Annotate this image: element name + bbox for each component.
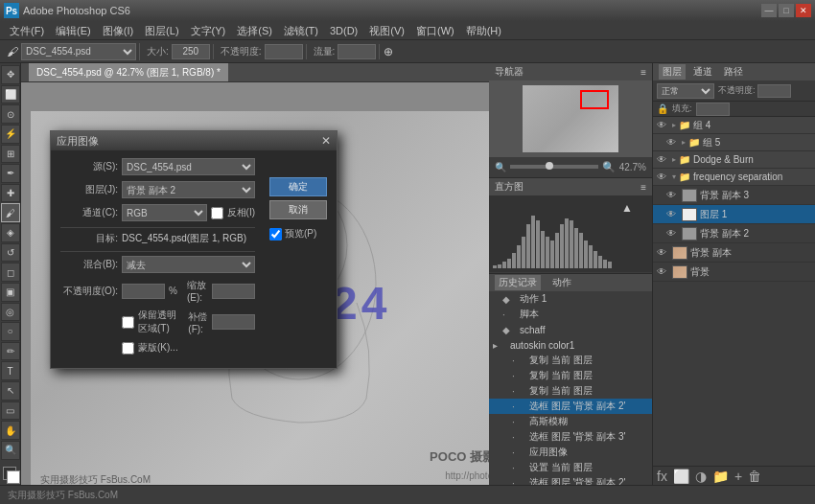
path-select-tool[interactable]: ↖ <box>1 381 20 401</box>
zoom-slider-thumb[interactable] <box>546 162 553 170</box>
dialog-cancel-button[interactable]: 取消 <box>269 200 327 219</box>
actions-tab[interactable]: 动作 <box>548 275 575 290</box>
brush-size-input[interactable] <box>172 44 210 59</box>
opacity-ctrl-input[interactable]: 100% <box>757 84 791 98</box>
eyedropper-tool[interactable]: ✒ <box>1 164 20 183</box>
history-item[interactable]: ·复制 当前 图层 <box>489 353 652 368</box>
menu-view[interactable]: 视图(V) <box>363 21 410 40</box>
fill-input[interactable]: 100% <box>696 103 730 116</box>
layer-visibility-icon[interactable]: 👁 <box>657 154 670 165</box>
layer-group-arrow[interactable]: ▸ <box>672 121 676 129</box>
healing-tool[interactable]: ✚ <box>1 184 20 203</box>
layer-group-arrow[interactable]: ▸ <box>682 138 686 147</box>
shape-tool[interactable]: ▭ <box>1 401 20 421</box>
layer-visibility-icon[interactable]: 👁 <box>666 190 680 200</box>
layer-visibility-icon[interactable]: 👁 <box>666 137 680 148</box>
menu-window[interactable]: 窗口(W) <box>410 21 460 40</box>
dialog-preview-checkbox[interactable] <box>269 228 282 241</box>
layer-visibility-icon[interactable]: 👁 <box>657 266 670 277</box>
maximize-button[interactable]: □ <box>779 4 794 17</box>
history-item[interactable]: ·选框 图层 '背景 副本 2' <box>489 399 652 414</box>
preserve-transparency-checkbox[interactable] <box>122 316 134 329</box>
dialog-close-button[interactable]: ✕ <box>321 134 331 148</box>
blend-mode-select[interactable]: 正常 <box>657 83 714 99</box>
paths-tab[interactable]: 路径 <box>720 64 747 80</box>
gradient-tool[interactable]: ▣ <box>1 283 20 302</box>
menu-help[interactable]: 帮助(H) <box>460 21 507 40</box>
zoom-slider[interactable] <box>510 165 598 169</box>
blur-tool[interactable]: ◎ <box>1 303 20 322</box>
history-item[interactable]: ·脚本 <box>489 307 652 322</box>
navigator-viewport-box[interactable] <box>580 90 609 109</box>
history-tab[interactable]: 历史记录 <box>495 275 541 290</box>
add-adjustment-button[interactable]: ◑ <box>695 470 707 483</box>
history-item[interactable]: ·选框 图层 '背景 副本 3' <box>489 429 652 445</box>
quick-select-tool[interactable]: ⚡ <box>1 125 20 144</box>
offset-input[interactable]: 128 <box>212 314 255 330</box>
dodge-tool[interactable]: ○ <box>1 322 20 341</box>
history-item[interactable]: ·设置 当前 图层 <box>489 460 652 475</box>
menu-3d[interactable]: 3D(D) <box>324 21 363 40</box>
history-item[interactable]: ·复制 当前 图层 <box>489 368 652 383</box>
add-mask-button[interactable]: ⬜ <box>673 470 689 483</box>
menu-select[interactable]: 选择(S) <box>231 21 278 40</box>
menu-filter[interactable]: 滤镜(T) <box>278 21 324 40</box>
menu-text[interactable]: 文字(Y) <box>185 21 232 40</box>
layer-item[interactable]: 👁背景 副本 3 <box>653 186 815 205</box>
layer-item[interactable]: 👁背景 副本 <box>653 243 815 263</box>
layer-visibility-icon[interactable]: 👁 <box>657 172 670 182</box>
blend-select[interactable]: 减去 <box>122 256 255 273</box>
navigator-expand-icon[interactable]: ≡ <box>640 67 646 78</box>
text-tool[interactable]: T <box>1 361 20 380</box>
zoom-tool[interactable]: 🔍 <box>1 441 20 460</box>
layers-tab[interactable]: 图层 <box>659 64 686 80</box>
flow-input[interactable]: 100% <box>338 44 376 59</box>
histogram-expand-icon[interactable]: ≡ <box>640 182 646 193</box>
airbrush-icon[interactable]: ⊕ <box>384 45 393 58</box>
eraser-tool[interactable]: ◻ <box>1 263 20 282</box>
delete-layer-button[interactable]: 🗑 <box>748 470 761 483</box>
brush-preset-select[interactable]: DSC_4554.psd <box>21 43 136 60</box>
layer-group-item[interactable]: 👁▾📁frequency separation <box>653 169 815 186</box>
fx-button[interactable]: fx <box>657 470 667 483</box>
add-group-button[interactable]: 📁 <box>712 470 729 483</box>
layer-item[interactable]: 👁背景 副本 2 <box>653 224 815 243</box>
fg-bg-colors[interactable] <box>1 465 20 484</box>
marquee-tool[interactable]: ⬜ <box>1 85 20 104</box>
layer-select[interactable]: 背景 副本 2 <box>122 181 255 198</box>
lasso-tool[interactable]: ⊙ <box>1 104 20 124</box>
history-item[interactable]: ◆动作 1 <box>489 291 652 307</box>
opacity-dialog-input[interactable]: 100 <box>122 284 165 299</box>
history-item[interactable]: ▸autoskin color1 <box>489 337 652 353</box>
layer-group-item[interactable]: 👁▸📁组 5 <box>653 134 815 151</box>
layer-visibility-icon[interactable]: 👁 <box>657 247 670 258</box>
layer-visibility-icon[interactable]: 👁 <box>666 209 680 219</box>
zoom-increase-icon[interactable]: 🔍 <box>602 161 616 173</box>
layer-group-item[interactable]: 👁▸📁组 4 <box>653 117 815 134</box>
pen-tool[interactable]: ✏ <box>1 342 20 361</box>
layer-group-arrow[interactable]: ▾ <box>672 172 676 181</box>
zoom-decrease-icon[interactable]: 🔍 <box>495 162 506 172</box>
history-item[interactable]: ◆schaff <box>489 322 652 337</box>
opacity-input[interactable]: 84% <box>265 44 303 59</box>
history-item[interactable]: ·复制 当前 图层 <box>489 383 652 399</box>
history-item[interactable]: ·应用图像 <box>489 445 652 460</box>
add-layer-button[interactable]: + <box>734 470 742 483</box>
layer-visibility-icon[interactable]: 👁 <box>657 120 670 130</box>
scale-input[interactable]: 2 <box>212 284 255 299</box>
layer-group-item[interactable]: 👁▸📁Dodge & Burn <box>653 151 815 169</box>
move-tool[interactable]: ✥ <box>1 65 20 84</box>
minimize-button[interactable]: — <box>761 4 777 17</box>
layer-group-arrow[interactable]: ▸ <box>672 155 676 164</box>
invert-checkbox[interactable] <box>211 207 223 219</box>
brush-tool-icon[interactable]: 🖌 <box>7 45 18 58</box>
hand-tool[interactable]: ✋ <box>1 421 20 440</box>
menu-edit[interactable]: 编辑(E) <box>50 21 97 40</box>
history-brush-tool[interactable]: ↺ <box>1 243 20 263</box>
history-item[interactable]: ·高斯模糊 <box>489 414 652 429</box>
menu-file[interactable]: 文件(F) <box>4 21 50 40</box>
channels-tab[interactable]: 通道 <box>689 64 716 80</box>
history-item[interactable]: ·选框 图层 '背景 副本 2' <box>489 475 652 485</box>
mask-checkbox[interactable] <box>122 342 134 355</box>
layer-item[interactable]: 👁图层 1 <box>653 205 815 224</box>
